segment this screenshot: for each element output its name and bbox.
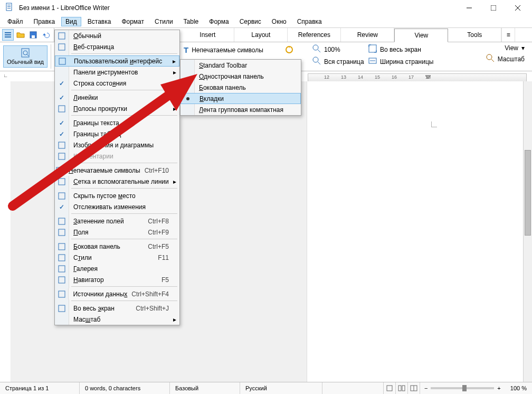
menu-item-label: Затенение полей (69, 218, 144, 225)
scrollbar-thumb[interactable] (525, 150, 531, 236)
formatting-marks-button[interactable]: T Непечатаемые символы (179, 44, 268, 55)
menu-item-label: Непечатаемые символы (64, 167, 140, 174)
menu-item[interactable]: ПоляCtrl+F9 (55, 227, 179, 238)
qat-hamburger-icon[interactable] (2, 29, 14, 41)
menu-item[interactable]: Во весь экранCtrl+Shift+J (55, 303, 179, 314)
menu-item[interactable]: Веб-страница (55, 41, 179, 52)
scale-button[interactable]: Масштаб (482, 53, 529, 65)
status-wordcount[interactable]: 0 words, 0 characters (80, 382, 170, 394)
menu-item-label: Обычный (69, 32, 179, 40)
menu-item[interactable]: Боковая панельCtrl+F5 (55, 241, 179, 252)
menu-styles[interactable]: Стили (150, 17, 177, 26)
horizontal-ruler[interactable]: 12 13 14 15 16 17 18 (308, 73, 527, 82)
brush-icon[interactable] (285, 45, 293, 55)
menu-item: Комментарии (55, 151, 179, 162)
qat-open-icon[interactable] (15, 29, 26, 41)
svg-line-21 (318, 62, 320, 64)
minimize-button[interactable] (457, 0, 481, 16)
menu-help[interactable]: Справка (293, 17, 326, 26)
menu-table[interactable]: Table (179, 17, 203, 26)
menu-item[interactable]: Пользовательский интерфейс▸ (55, 55, 179, 67)
menu-item[interactable]: Панели инструментов▸ (55, 67, 179, 78)
menu-item[interactable]: Полосы прокрутки▸ (55, 103, 179, 114)
whole-page-button[interactable]: Вся страница (308, 55, 368, 68)
check-icon: ✓ (59, 130, 64, 138)
submenu-item[interactable]: Вкладки (180, 93, 301, 104)
menu-item-shortcut: Ctrl+F5 (144, 243, 179, 250)
tab-references[interactable]: References (288, 28, 341, 42)
menu-window[interactable]: Окно (268, 17, 291, 26)
hide-icon (58, 192, 66, 200)
indent-marker-icon[interactable] (425, 73, 431, 82)
status-language[interactable]: Русский (240, 382, 322, 394)
zoom-in-button[interactable]: + (497, 385, 500, 391)
vertical-scrollbar[interactable] (523, 81, 532, 382)
menu-item[interactable]: Затенение полейCtrl+F8 (55, 215, 179, 227)
submenu-item[interactable]: Однострочная панель (180, 71, 301, 82)
magnifier-icon (312, 44, 321, 54)
submenu-arrow-icon: ▸ (173, 58, 176, 65)
menu-item[interactable]: ✓Границы таблиц (55, 128, 179, 139)
menu-item[interactable]: НавигаторF5 (55, 274, 179, 285)
zoom-percent-label[interactable]: 100 % (505, 382, 532, 394)
view-dropdown-button[interactable]: View ▾ (500, 43, 529, 53)
ruler-tick: 14 (358, 74, 363, 80)
status-view-book-icon[interactable] (408, 382, 420, 394)
menu-item[interactable]: Непечатаемые символыCtrl+F10 (55, 165, 179, 176)
tab-review[interactable]: Review (341, 28, 394, 42)
zoom-100-button[interactable]: 100% (308, 43, 368, 55)
menu-insert[interactable]: Вставка (83, 17, 116, 26)
fullscreen-button[interactable]: Во весь экран (364, 43, 438, 55)
qat-undo-icon[interactable] (40, 29, 52, 41)
tab-layout[interactable]: Layout (234, 28, 288, 42)
maximize-button[interactable] (481, 0, 506, 16)
status-view-single-icon[interactable] (384, 382, 396, 394)
submenu-item[interactable]: Боковая панель (180, 82, 301, 93)
svg-rect-40 (59, 255, 65, 261)
menu-item[interactable]: СтилиF11 (55, 252, 179, 263)
zoom-slider-thumb[interactable] (462, 385, 467, 391)
tab-tools[interactable]: Tools (448, 28, 501, 42)
menu-item[interactable]: Изображения и диаграммы (55, 139, 179, 151)
menu-file[interactable]: Файл (3, 17, 27, 26)
menu-item[interactable]: ✓Линейки▸ (55, 92, 179, 103)
menu-item[interactable]: Галерея (55, 263, 179, 274)
menu-item[interactable]: Обычный (55, 30, 179, 41)
zoom-slider[interactable] (431, 387, 494, 389)
svg-rect-42 (59, 277, 65, 283)
menu-item[interactable]: Источники данныхCtrl+Shift+F4 (55, 288, 179, 299)
page-width-button[interactable]: Ширина страницы (364, 55, 438, 68)
menu-item[interactable]: ✓Отслеживать изменения (55, 201, 179, 212)
status-view-multi-icon[interactable] (396, 382, 408, 394)
document-page[interactable] (307, 81, 532, 382)
menu-item[interactable]: ✓Границы текста (55, 117, 179, 128)
tab-insert[interactable]: Insert (181, 28, 234, 42)
close-button[interactable] (506, 0, 530, 16)
menu-item[interactable]: ✓Строка состояния (55, 78, 179, 89)
field-icon (58, 228, 66, 237)
toolbar-icon (58, 57, 66, 65)
menu-tools[interactable]: Сервис (235, 17, 265, 26)
submenu-item[interactable]: Лента групповая компактная (180, 104, 301, 115)
normal-view-button[interactable]: Обычный вид (3, 45, 48, 68)
menu-item[interactable]: Масштаб▸ (55, 314, 179, 325)
menu-item-label: Строка состояния (69, 80, 179, 87)
menu-item-label: Во весь экран (69, 305, 131, 312)
status-style[interactable]: Базовый (170, 382, 240, 394)
menu-form[interactable]: Форма (205, 17, 233, 26)
vertical-ruler[interactable] (0, 81, 11, 382)
zoom-out-button[interactable]: − (424, 385, 428, 391)
tab-view[interactable]: View (394, 29, 448, 42)
user-interface-submenu: Standard ToolbarОднострочная панельБоков… (180, 59, 301, 116)
menu-item[interactable]: Скрыть пустое место (55, 190, 179, 201)
status-page[interactable]: Страница 1 из 1 (0, 382, 80, 394)
menu-format[interactable]: Формат (117, 17, 148, 26)
zoom-100-label: 100% (324, 46, 340, 53)
menu-view[interactable]: Вид (61, 17, 81, 26)
tab-overflow-icon[interactable]: ≡ (501, 28, 515, 42)
menu-item[interactable]: Сетка и вспомогательные линии▸ (55, 176, 179, 187)
qat-save-icon[interactable] (27, 29, 39, 41)
menu-edit[interactable]: Правка (30, 17, 60, 26)
submenu-arrow-icon: ▸ (173, 316, 176, 323)
submenu-item[interactable]: Standard Toolbar (180, 60, 301, 71)
